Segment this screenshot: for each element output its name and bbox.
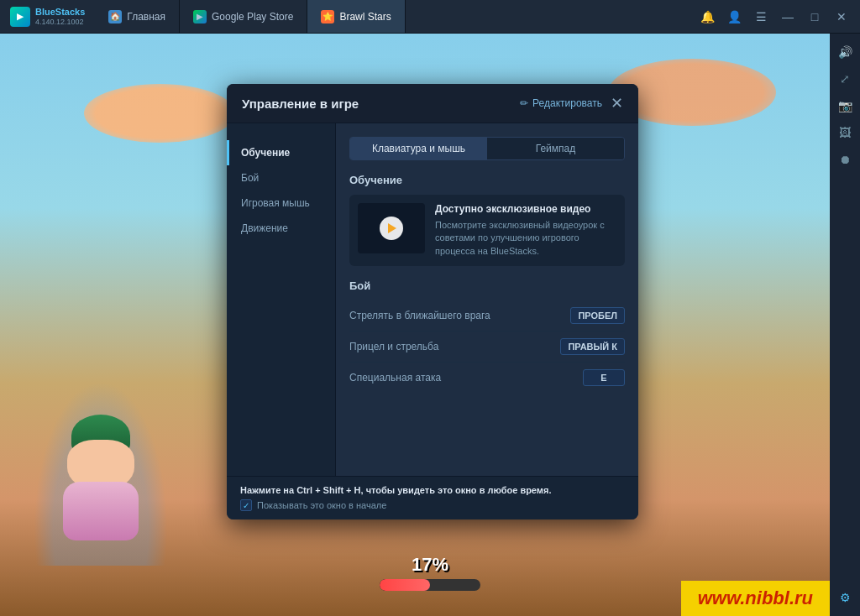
bluestacks-version: 4.140.12.1002 [35,18,85,26]
edit-label: Редактировать [532,97,602,109]
taskbar: ▶ BlueStacks 4.140.12.1002 🏠 Главная ▶ G… [0,0,860,34]
account-icon[interactable]: 👤 [722,5,746,29]
character-left [34,381,168,566]
tab-brawl-stars[interactable]: ⭐ Brawl Stars [307,0,405,33]
footer-hint: Нажмите на Ctrl + Shift + H, чтобы увиде… [240,485,625,495]
progress-text: 17% [380,554,480,576]
maximize-button[interactable]: □ [803,5,826,29]
video-description: Посмотрите эксклюзивный видеоурок с сове… [435,219,616,258]
nav-item-movement[interactable]: Движение [227,216,335,241]
battle-section-title: Бой [349,279,625,292]
game-controls-dialog[interactable]: Управление в игре ✏ Редактировать ✕ Обуч… [227,84,638,519]
dialog-title: Управление в игре [242,97,359,111]
dialog-close-button[interactable]: ✕ [611,96,623,111]
video-text: Доступно эксклюзивное видео Посмотрите э… [435,203,616,258]
play-store-icon: ▶ [193,10,207,23]
dialog-content: Клавиатура и мышь Геймпад Обучение Досту… [336,123,638,476]
checkbox-check-icon: ✓ [243,501,249,510]
video-thumbnail[interactable] [358,203,425,253]
bell-icon[interactable]: 🔔 [695,5,719,29]
video-title: Доступно эксклюзивное видео [435,203,616,215]
battle-label-0: Стрелять в ближайшего врага [349,310,490,321]
tab-google-play[interactable]: ▶ Google Play Store [180,0,307,33]
bluestacks-info: BlueStacks 4.140.12.1002 [35,7,85,26]
key-badge-1[interactable]: ПРАВЫЙ К [560,338,625,355]
show-on-start-checkbox[interactable]: ✓ [240,499,252,511]
dialog-nav: Обучение Бой Игровая мышь Движение [227,123,336,476]
window-controls: 🔔 👤 ☰ — □ ✕ [689,5,860,29]
close-button[interactable]: ✕ [830,5,853,29]
tab-play-label: Google Play Store [212,11,293,23]
sidebar-record-btn[interactable]: ⏺ [833,148,857,171]
dialog-body: Обучение Бой Игровая мышь Движение Клави… [227,123,638,476]
tab-home[interactable]: 🏠 Главная [95,0,180,33]
battle-label-2: Специальная атака [349,372,441,384]
key-badge-0[interactable]: ПРОБЕЛ [570,307,625,324]
tab-keyboard-mouse[interactable]: Клавиатура и мышь [350,138,487,159]
watermark-text: www.nibbl.ru [698,587,813,608]
footer-checkbox-row: ✓ Показывать это окно в начале [240,499,625,511]
pencil-icon: ✏ [520,97,528,109]
cloud-left [84,84,235,143]
minimize-button[interactable]: — [776,5,800,29]
sidebar-expand-btn[interactable]: ⤢ [833,67,857,91]
sidebar-camera-btn[interactable]: 📷 [833,94,857,117]
progress-track [380,579,480,591]
nav-item-learning[interactable]: Обучение [227,140,335,165]
battle-row-2: Специальная атака E [349,363,625,393]
bluestacks-name: BlueStacks [35,7,85,18]
battle-row-0: Стрелять в ближайшего врага ПРОБЕЛ [349,300,625,331]
bluestacks-icon: ▶ [10,7,30,27]
progress-fill [380,579,430,591]
battle-row-1: Прицел и стрельба ПРАВЫЙ К [349,331,625,363]
play-button-circle [380,217,403,240]
watermark: www.nibbl.ru [681,581,830,616]
main-area: BRAWL 17% 🔊 ⤢ 📷 🖼 ⏺ ⚙ [0,34,860,616]
sidebar-screenshot-btn[interactable]: 🖼 [833,121,857,144]
char-body [50,415,151,549]
brawl-stars-icon: ⭐ [321,10,334,23]
checkbox-label: Показывать это окно в начале [257,500,386,510]
home-icon: 🏠 [108,10,122,23]
dialog-header: Управление в игре ✏ Редактировать ✕ [227,84,638,123]
nav-item-battle[interactable]: Бой [227,165,335,191]
nav-item-game-mouse[interactable]: Игровая мышь [227,191,335,216]
video-card[interactable]: Доступно эксклюзивное видео Посмотрите э… [349,195,625,266]
char-torso [63,482,139,540]
edit-button[interactable]: ✏ Редактировать [520,97,602,109]
input-tabs: Клавиатура и мышь Геймпад [349,137,625,160]
dialog-footer: Нажмите на Ctrl + Shift + H, чтобы увиде… [227,476,638,519]
play-triangle-icon [388,223,396,233]
battle-label-1: Прицел и стрельба [349,341,438,352]
battle-section: Бой Стрелять в ближайшего врага ПРОБЕЛ П… [349,279,625,393]
tab-home-label: Главная [127,11,165,23]
tab-brawl-label: Brawl Stars [339,11,391,23]
progress-area: 17% [380,554,480,591]
bluestacks-logo: ▶ BlueStacks 4.140.12.1002 [0,7,95,27]
key-badge-2[interactable]: E [583,369,625,386]
tab-gamepad[interactable]: Геймпад [487,138,624,159]
learning-section-title: Обучение [349,174,625,186]
sidebar-volume-btn[interactable]: 🔊 [833,40,857,64]
sidebar-settings-btn[interactable]: ⚙ [833,586,857,609]
right-sidebar: 🔊 ⤢ 📷 🖼 ⏺ ⚙ [830,34,860,616]
dialog-header-right: ✏ Редактировать ✕ [520,96,623,111]
menu-icon[interactable]: ☰ [749,5,773,29]
